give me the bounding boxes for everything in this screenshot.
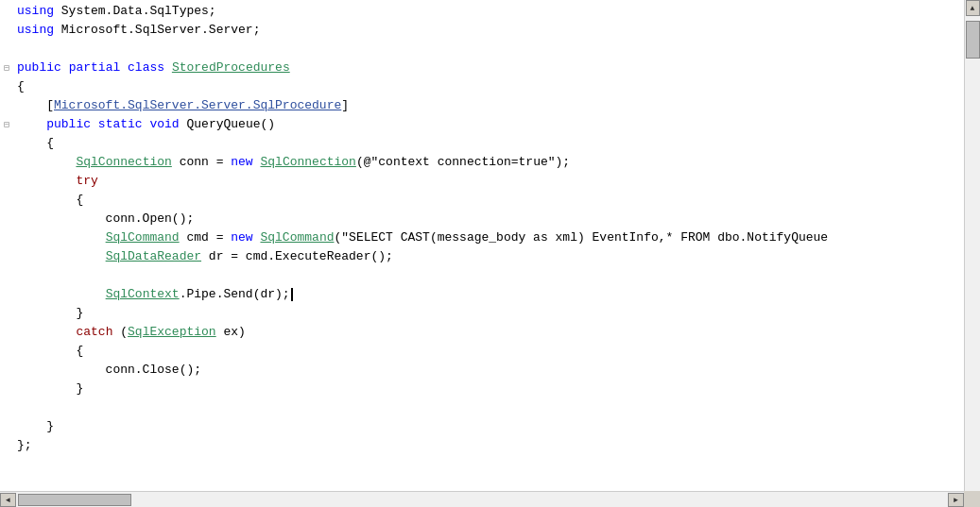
token-normal: ] bbox=[341, 98, 349, 112]
token-normal: QueryQueue() bbox=[180, 117, 275, 131]
collapse-icon[interactable]: ⊟ bbox=[4, 119, 13, 130]
code-tokens: { bbox=[17, 79, 964, 93]
token-kw: class bbox=[128, 60, 164, 75]
code-line-22 bbox=[0, 400, 964, 419]
code-line-15 bbox=[0, 268, 964, 287]
code-line-8: { bbox=[0, 136, 964, 155]
code-tokens: catch (SqlException ex) bbox=[17, 325, 964, 339]
code-line-16: SqlContext.Pipe.Send(dr); bbox=[0, 287, 964, 306]
code-tokens: using Microsoft.SqlServer.Server; bbox=[17, 23, 964, 37]
token-normal: conn = bbox=[172, 155, 231, 169]
token-normal bbox=[17, 325, 76, 339]
editor-container: using System.Data.SqlTypes;using Microso… bbox=[0, 0, 980, 507]
token-normal: Microsoft.SqlServer.Server; bbox=[54, 23, 260, 37]
code-tokens: public static void QueryQueue() bbox=[17, 117, 964, 131]
token-normal: ( bbox=[112, 325, 128, 339]
horizontal-scrollbar[interactable]: ◄ ► bbox=[0, 491, 964, 507]
line-gutter: ⊟ bbox=[4, 119, 17, 130]
code-line-19: { bbox=[0, 344, 964, 363]
token-kw: using bbox=[17, 23, 54, 37]
token-normal: ex) bbox=[216, 325, 246, 339]
token-normal: }; bbox=[17, 438, 32, 452]
token-normal bbox=[17, 155, 76, 169]
code-tokens: } bbox=[17, 419, 964, 433]
code-line-5: { bbox=[0, 79, 964, 98]
token-normal: } bbox=[17, 306, 83, 320]
code-tokens: conn.Open(); bbox=[17, 211, 964, 226]
token-kw-red: try bbox=[17, 174, 98, 188]
code-line-7: ⊟ public static void QueryQueue() bbox=[0, 117, 964, 136]
token-normal: dr = cmd.ExecuteReader(); bbox=[201, 249, 393, 263]
token-kw: new bbox=[231, 155, 252, 169]
scroll-track-h[interactable] bbox=[16, 493, 948, 507]
token-kw: partial bbox=[69, 60, 121, 75]
scroll-right-arrow[interactable]: ► bbox=[948, 493, 964, 507]
code-line-10: try bbox=[0, 174, 964, 193]
code-line-24: }; bbox=[0, 438, 964, 457]
code-tokens: SqlContext.Pipe.Send(dr); bbox=[17, 287, 964, 301]
code-line-23: } bbox=[0, 419, 964, 438]
code-tokens: } bbox=[17, 381, 964, 396]
code-line-12: conn.Open(); bbox=[0, 211, 964, 230]
token-normal: ("SELECT CAST(message_body as xml) Event… bbox=[334, 230, 828, 245]
token-normal: { bbox=[17, 193, 83, 207]
code-tokens: } bbox=[17, 306, 964, 320]
code-line-3 bbox=[0, 42, 964, 60]
token-normal: .Pipe.Send(dr); bbox=[180, 287, 290, 301]
code-line-14: SqlDataReader dr = cmd.ExecuteReader(); bbox=[0, 249, 964, 268]
code-tokens: SqlDataReader dr = cmd.ExecuteReader(); bbox=[17, 249, 964, 263]
code-line-21: } bbox=[0, 381, 964, 400]
token-normal: [ bbox=[17, 98, 54, 112]
code-tokens: [Microsoft.SqlServer.Server.SqlProcedure… bbox=[17, 98, 964, 112]
scrollbar-corner bbox=[964, 491, 980, 507]
token-normal: { bbox=[17, 79, 25, 93]
code-tokens: }; bbox=[17, 438, 964, 452]
token-normal: cmd = bbox=[180, 230, 232, 245]
token-normal: (@"context connection=true"); bbox=[356, 155, 570, 169]
code-tokens: conn.Close(); bbox=[17, 363, 964, 377]
collapse-icon[interactable]: ⊟ bbox=[4, 62, 13, 74]
token-normal bbox=[17, 117, 46, 131]
token-normal: } bbox=[17, 419, 54, 433]
token-normal: conn.Close(); bbox=[17, 363, 201, 377]
token-normal bbox=[91, 117, 98, 131]
code-tokens: { bbox=[17, 136, 964, 150]
token-type-link: StoredProcedures bbox=[172, 60, 290, 75]
token-normal bbox=[17, 230, 106, 245]
code-line-2: using Microsoft.SqlServer.Server; bbox=[0, 23, 964, 42]
code-line-6: [Microsoft.SqlServer.Server.SqlProcedure… bbox=[0, 98, 964, 117]
token-kw: using bbox=[17, 4, 54, 18]
token-kw: public bbox=[17, 60, 61, 75]
code-line-13: SqlCommand cmd = new SqlCommand("SELECT … bbox=[0, 230, 964, 249]
token-normal bbox=[120, 60, 128, 75]
code-area[interactable]: using System.Data.SqlTypes;using Microso… bbox=[0, 0, 964, 507]
token-type-link: SqlCommand bbox=[106, 230, 180, 245]
text-cursor bbox=[291, 288, 293, 301]
token-kw: public bbox=[46, 117, 91, 131]
token-type-link: SqlCommand bbox=[260, 230, 334, 245]
code-tokens: using System.Data.SqlTypes; bbox=[17, 4, 964, 18]
token-normal: { bbox=[17, 136, 54, 150]
scroll-thumb-v[interactable] bbox=[966, 21, 980, 59]
token-normal bbox=[61, 60, 69, 75]
code-tokens: try bbox=[17, 174, 964, 188]
code-tokens: SqlConnection conn = new SqlConnection(@… bbox=[17, 155, 964, 169]
code-tokens: SqlCommand cmd = new SqlCommand("SELECT … bbox=[17, 230, 964, 245]
vertical-scrollbar[interactable]: ▲ ▼ bbox=[964, 0, 980, 507]
token-kw-red: catch bbox=[76, 325, 112, 339]
token-kw: static bbox=[98, 117, 143, 131]
line-gutter: ⊟ bbox=[4, 62, 17, 74]
token-normal: } bbox=[17, 381, 83, 396]
token-type-link: SqlDataReader bbox=[106, 249, 201, 263]
scroll-left-arrow[interactable]: ◄ bbox=[0, 493, 16, 507]
token-attr: Microsoft.SqlServer.Server.SqlProcedure bbox=[54, 98, 341, 112]
token-type-link: SqlException bbox=[128, 325, 216, 339]
scroll-track-v[interactable] bbox=[965, 16, 980, 491]
code-line-11: { bbox=[0, 193, 964, 211]
token-normal bbox=[164, 60, 172, 75]
token-normal bbox=[17, 287, 106, 301]
token-normal: { bbox=[17, 344, 83, 358]
scroll-thumb-h[interactable] bbox=[18, 494, 131, 506]
scroll-up-arrow[interactable]: ▲ bbox=[966, 0, 980, 16]
code-line-17: } bbox=[0, 306, 964, 325]
